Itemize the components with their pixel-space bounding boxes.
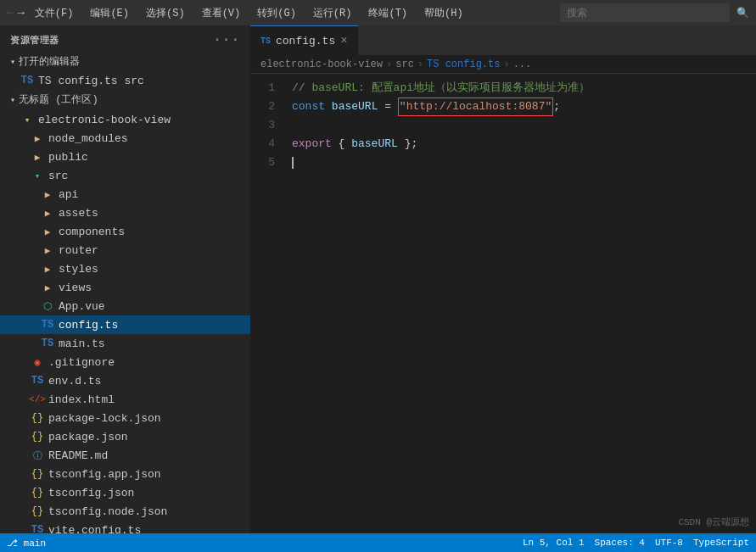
tree-label: assets [59,207,98,220]
tree-item-src[interactable]: ▾src [0,166,250,185]
tree-label: api [59,188,78,201]
tree-item-assets[interactable]: ▶assets [0,204,250,222]
breadcrumb: electronic-book-view › src › TS config.t… [250,55,756,74]
json-icon: {} [31,411,44,425]
breadcrumb-file[interactable]: TS config.ts [427,59,500,70]
ts-icon: TS [20,74,34,87]
sidebar-more-button[interactable]: ··· [213,32,240,47]
tree-item-tsconfig-app-json[interactable]: {}tsconfig.app.json [0,465,250,483]
menu-terminal[interactable]: 终端(T) [365,4,411,22]
workspace-chevron: ▾ [10,95,15,105]
breadcrumb-root[interactable]: electronic-book-view [260,59,383,70]
menu-edit[interactable]: 编辑(E) [87,4,132,22]
tree-label: package-lock.json [48,412,161,425]
search-icon: 🔍 [736,7,749,20]
tree-item-electronic-book-view[interactable]: ▾electronic-book-view [0,110,250,129]
tree-item-views[interactable]: ▶views [0,278,250,297]
open-editors-section[interactable]: ▾ 打开的编辑器 [0,51,250,72]
code-token-export: export [292,136,332,153]
html-icon: </> [31,393,44,406]
tab-config-ts[interactable]: TS config.ts × [250,25,358,55]
tree-label: App.vue [59,300,105,313]
tree-item-vite-config-ts[interactable]: TSvite.config.ts [0,521,250,533]
tree-label: views [59,282,92,294]
code-token-plain: { [332,136,351,153]
code-token-comment: // baseURL: 配置api地址（以实际项目服务器地址为准） [292,80,590,98]
tree-item-package-lock-json[interactable]: {}package-lock.json [0,409,250,427]
tree-label: src [48,170,68,182]
status-bar: ⎇ main Ln 5, Col 1 Spaces: 4 UTF-8 TypeS… [0,533,756,552]
tab-label: config.ts [276,35,335,47]
tab-close-button[interactable]: × [340,35,347,47]
tree-item-readme-md[interactable]: ⓘREADME.md [0,446,250,465]
tree-item-package-json[interactable]: {}package.json [0,427,250,446]
line-number: 4 [250,135,275,153]
vue-icon: ⬡ [41,299,54,313]
tree-item-components[interactable]: ▶components [0,222,250,241]
code-line [292,116,756,135]
tree-item-styles[interactable]: ▶styles [0,259,250,278]
menu-select[interactable]: 选择(S) [143,4,188,22]
tree-item-main-ts[interactable]: TSmain.ts [0,334,250,353]
tree-item-gitignore[interactable]: ◉.gitignore [0,353,250,371]
menu-view[interactable]: 查看(V) [199,4,244,22]
tree-item-app-vue[interactable]: ⬡App.vue [0,297,250,315]
editor-area: TS config.ts × electronic-book-view › sr… [250,25,756,533]
tree-item-config-ts[interactable]: TSconfig.ts [0,315,250,334]
folder-icon: ▶ [41,243,54,257]
code-token-punct: ; [553,98,560,116]
tree-item-router[interactable]: ▶router [0,241,250,259]
tree-item-node_modules[interactable]: ▶node_modules [0,129,250,148]
tree-item-env-d-ts[interactable]: TSenv.d.ts [0,371,250,390]
code-line: // baseURL: 配置api地址（以实际项目服务器地址为准） [292,79,756,98]
workspace-section[interactable]: ▾ 无标题 (工作区) [0,89,250,110]
breadcrumb-src[interactable]: src [395,59,414,70]
status-spaces: Spaces: 4 [595,538,645,548]
tree-item-index-html[interactable]: </>index.html [0,390,250,409]
breadcrumb-more[interactable]: ... [513,59,532,70]
tree-item-public[interactable]: ▶public [0,148,250,166]
json-icon: {} [31,505,44,518]
tree-label: package.json [48,431,128,443]
code-token-plain: = [378,98,397,116]
open-file-label: TS config.ts src [38,75,144,87]
tree-item-tsconfig-node-json[interactable]: {}tsconfig.node.json [0,502,250,521]
tab-ts-icon: TS [260,36,271,46]
open-file-item[interactable]: TS TS config.ts src [0,72,250,89]
menu-goto[interactable]: 转到(G) [254,4,300,22]
tree-label: .gitignore [48,356,115,369]
text-cursor [292,157,294,169]
menu-file[interactable]: 文件(F) [31,4,77,22]
menu-help[interactable]: 帮助(H) [421,4,467,22]
workspace-label: 无标题 (工作区) [19,92,98,107]
code-line: export { baseURL }; [292,135,756,153]
ts-icon: TS [41,318,54,332]
tree-label: styles [59,263,98,276]
tree-label: public [48,151,88,164]
tree-item-api[interactable]: ▶api [0,185,250,204]
folder-open-icon: ▾ [20,113,34,126]
json-icon: {} [31,467,44,481]
tree-label: node_modules [48,132,128,145]
folder-src-icon: ▾ [31,169,44,182]
nav-back[interactable]: ← [7,6,14,20]
line-numbers: 12345 [250,79,288,533]
tree-item-tsconfig-json[interactable]: {}tsconfig.json [0,483,250,502]
menu-run[interactable]: 运行(R) [310,4,356,22]
search-input[interactable] [560,3,730,22]
status-encoding: UTF-8 [655,538,683,548]
code-line: const baseURL = "http://localhost:8087"; [292,98,756,116]
folder-icon: ▶ [41,187,54,201]
file-tree: ▾electronic-book-view▶node_modules▶publi… [0,110,250,533]
code-token-var: baseURL [332,98,378,116]
code-content[interactable]: // baseURL: 配置api地址（以实际项目服务器地址为准）const b… [288,79,756,533]
code-token-keyword: const [292,98,325,116]
tree-label: tsconfig.app.json [48,468,161,481]
status-bar-right: Ln 5, Col 1 Spaces: 4 UTF-8 TypeScript [523,538,749,548]
line-number: 5 [250,153,275,172]
tree-label: index.html [48,393,115,406]
nav-forward[interactable]: → [17,6,24,20]
code-token-string-highlight: "http://localhost:8087" [398,98,553,117]
code-editor[interactable]: 12345 // baseURL: 配置api地址（以实际项目服务器地址为准）c… [250,74,756,533]
sidebar-header: 资源管理器 ··· [0,25,250,51]
